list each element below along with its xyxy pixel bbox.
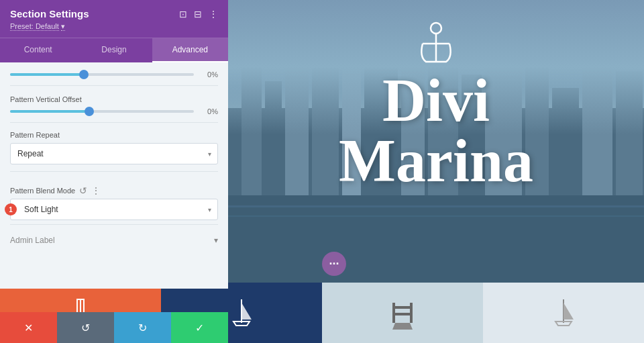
hero-section: Divi Marina	[228, 20, 644, 191]
save-icon: ✓	[195, 322, 204, 334]
blend-mode-select-wrapper: 1 Normal Multiply Screen Overlay Darken …	[10, 199, 218, 220]
admin-label-chevron: ▾	[214, 236, 218, 245]
svg-rect-19	[228, 195, 644, 289]
redo-button[interactable]: ↻	[114, 312, 171, 343]
more-icon[interactable]: ⋮	[209, 9, 218, 19]
blend-mode-label: Pattern Blend Mode	[10, 187, 75, 195]
divider-3	[10, 171, 218, 172]
horizontal-offset-row: 0%	[10, 62, 218, 84]
svg-rect-31	[392, 313, 413, 315]
panel-toolbar: ✕ ↺ ↻ ✓	[0, 312, 228, 343]
bottom-block-light	[322, 283, 483, 343]
tab-content[interactable]: Content	[0, 38, 76, 62]
reset-button[interactable]: ↺	[57, 312, 114, 343]
horizontal-offset-fill	[10, 73, 84, 76]
panel-preset[interactable]: Preset: Default ▾	[10, 22, 218, 31]
divider-4	[10, 224, 218, 225]
pattern-repeat-row: Pattern Repeat Repeat Repeat-X Repeat-Y …	[10, 124, 218, 170]
blend-mode-select[interactable]: Normal Multiply Screen Overlay Darken Li…	[10, 199, 218, 220]
pattern-repeat-select-wrapper: Repeat Repeat-X Repeat-Y No Repeat ▾	[10, 143, 218, 164]
admin-label-row[interactable]: Admin Label ▾	[10, 226, 218, 252]
pattern-repeat-label: Pattern Repeat	[10, 131, 218, 139]
blend-mode-label-row: Pattern Blend Mode ↺ ⋮	[10, 185, 218, 196]
vertical-offset-fill	[10, 110, 89, 113]
hero-title: Divi Marina	[228, 70, 644, 191]
divider-1	[10, 85, 218, 86]
panel-tabs: Content Design Advanced	[0, 38, 228, 62]
panel-header: Section Settings ⊡ ⊟ ⋮ Preset: Default ▾	[0, 0, 228, 38]
vertical-offset-value: 0%	[199, 107, 218, 115]
target-icon[interactable]: ⊡	[179, 9, 187, 19]
columns-icon[interactable]: ⊟	[194, 9, 202, 19]
cancel-icon: ✕	[24, 322, 33, 334]
blend-mode-badge: 1	[5, 203, 17, 215]
redo-icon: ↻	[138, 322, 147, 334]
horizontal-offset-track[interactable]	[10, 73, 194, 76]
tab-design[interactable]: Design	[76, 38, 152, 62]
vertical-offset-track[interactable]	[10, 110, 194, 113]
panel-body: 0% Pattern Vertical Offset 0% Pattern Re…	[0, 62, 228, 289]
reset-icon: ↺	[81, 322, 90, 334]
bottom-block-white	[483, 283, 644, 343]
svg-rect-30	[392, 306, 413, 309]
vertical-offset-label: Pattern Vertical Offset	[10, 95, 218, 103]
section-settings-panel: Section Settings ⊡ ⊟ ⋮ Preset: Default ▾…	[0, 0, 228, 289]
horizontal-offset-thumb[interactable]	[79, 70, 89, 79]
svg-point-22	[431, 23, 441, 34]
svg-rect-21	[228, 215, 644, 217]
blend-reset-icon[interactable]: ↺	[79, 185, 87, 196]
cancel-button[interactable]: ✕	[0, 312, 57, 343]
panel-header-icons: ⊡ ⊟ ⋮	[179, 9, 218, 19]
horizontal-offset-value: 0%	[199, 70, 218, 79]
vertical-offset-row: Pattern Vertical Offset 0%	[10, 87, 218, 121]
tab-advanced[interactable]: Advanced	[152, 38, 228, 62]
pattern-repeat-select[interactable]: Repeat Repeat-X Repeat-Y No Repeat	[10, 143, 218, 164]
svg-rect-20	[228, 205, 644, 207]
blend-mode-row: Pattern Blend Mode ↺ ⋮ 1 Normal Multiply…	[10, 173, 218, 223]
purple-dot[interactable]: ···	[322, 252, 346, 276]
save-button[interactable]: ✓	[171, 312, 228, 343]
admin-label-text: Admin Label	[10, 236, 55, 245]
vertical-offset-thumb[interactable]	[85, 107, 94, 116]
blend-more-icon[interactable]: ⋮	[91, 185, 101, 196]
panel-title: Section Settings	[10, 8, 89, 19]
anchor-icon	[416, 20, 456, 67]
divider-2	[10, 122, 218, 123]
